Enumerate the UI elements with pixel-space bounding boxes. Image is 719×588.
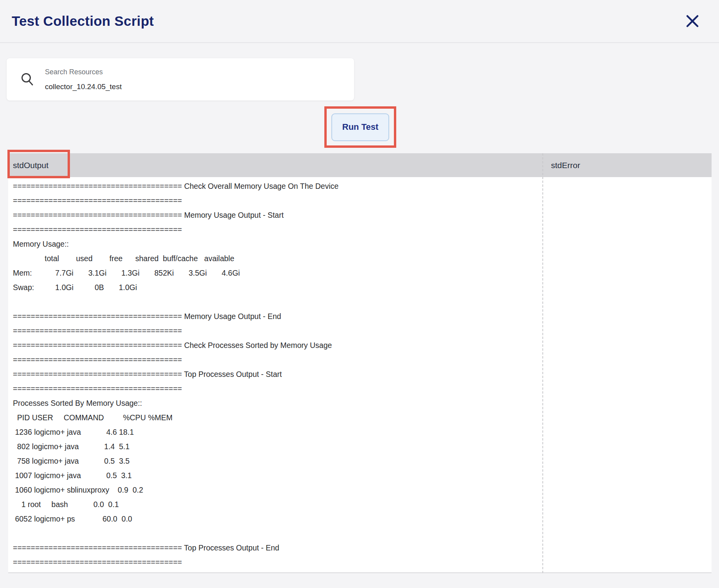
modal-header: Test Collection Script [0,0,719,43]
annotation-box-run-test: Run Test [324,106,396,148]
column-divider [542,153,543,573]
close-button[interactable] [685,13,700,29]
search-field-texts: Search Resources collector_10.24.05_test [45,68,122,91]
search-resources-field[interactable]: Search Resources collector_10.24.05_test [7,58,354,100]
search-icon [20,72,35,87]
test-collection-script-modal: Test Collection Script Search Resources … [0,0,719,588]
run-test-button[interactable]: Run Test [331,113,389,141]
modal-title: Test Collection Script [12,13,154,29]
stdout-cell: ====================================== C… [8,177,542,572]
output-table-body: ====================================== C… [8,177,712,573]
output-table: stdOutput stdError =====================… [8,153,712,573]
output-table-header-row: stdOutput stdError [8,153,712,177]
search-input-value[interactable]: collector_10.24.05_test [45,82,122,91]
stdoutput-column-header: stdOutput [8,153,542,177]
search-field-label: Search Resources [45,68,122,76]
close-icon [685,14,699,28]
stdout-content: ====================================== C… [13,179,535,570]
stderror-column-header: stdError [542,153,712,177]
stderr-cell [542,177,712,572]
